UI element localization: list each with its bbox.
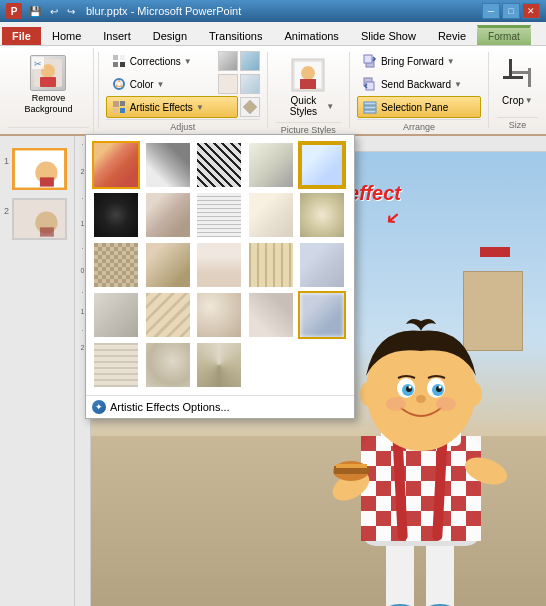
- quick-access-undo[interactable]: ↩: [47, 5, 61, 18]
- effect-glass[interactable]: [247, 191, 295, 239]
- svg-text:✂: ✂: [34, 59, 42, 69]
- arrange-group: Bring Forward ▼ Send Backward ▼: [354, 48, 484, 132]
- minimize-button[interactable]: ─: [482, 3, 500, 19]
- tab-home[interactable]: Home: [41, 26, 92, 45]
- artistic-effects-dropdown: ✦ Artistic Effects Options...: [85, 134, 355, 419]
- artistic-effects-button[interactable]: Artistic Effects ▼: [106, 96, 238, 118]
- effect-criss-cross[interactable]: [247, 241, 295, 289]
- effect-pencil-grayscale[interactable]: [195, 141, 243, 189]
- format-button-5[interactable]: [240, 97, 260, 117]
- effect-plastic-wrap[interactable]: [92, 291, 140, 339]
- send-backward-button[interactable]: Send Backward ▼: [357, 73, 481, 95]
- tab-format[interactable]: Format: [477, 25, 531, 45]
- svg-rect-68: [376, 481, 391, 496]
- quick-access-redo[interactable]: ↪: [64, 5, 78, 18]
- arrange-label: Arrange: [357, 119, 481, 132]
- svg-rect-79: [421, 496, 436, 511]
- size-label: Size: [497, 117, 538, 130]
- options-icon: ✦: [92, 400, 106, 414]
- effect-pencil-sketch[interactable]: [247, 141, 295, 189]
- svg-point-17: [301, 66, 315, 80]
- effect-pastels[interactable]: [298, 241, 346, 289]
- effect-marker[interactable]: [144, 141, 192, 189]
- slide-panel: 1 2: [0, 136, 75, 606]
- svg-rect-52: [376, 451, 391, 466]
- artistic-effects-icon: [111, 99, 127, 115]
- effect-mosaic[interactable]: [195, 191, 243, 239]
- corrections-icon: [111, 53, 127, 69]
- svg-rect-60: [376, 466, 391, 481]
- format-button-2[interactable]: [240, 51, 260, 71]
- slide-thumbnail-2[interactable]: [12, 198, 67, 240]
- effect-paint-strokes[interactable]: [92, 341, 140, 389]
- svg-rect-75: [361, 496, 376, 511]
- effect-texturizer[interactable]: [92, 241, 140, 289]
- svg-rect-73: [451, 481, 466, 496]
- corrections-button[interactable]: Corrections ▼: [106, 50, 216, 72]
- svg-rect-70: [406, 481, 421, 496]
- effect-photocopy[interactable]: [195, 291, 243, 339]
- crop-label: Crop ▼: [502, 95, 533, 106]
- window-controls: ─ □ ✕: [482, 3, 540, 19]
- svg-rect-36: [40, 227, 54, 236]
- svg-rect-8: [120, 62, 125, 67]
- tab-design[interactable]: Design: [142, 26, 198, 45]
- send-backward-icon: [362, 76, 378, 92]
- svg-rect-23: [364, 102, 376, 105]
- svg-rect-81: [451, 496, 466, 511]
- title-bar: P 💾 ↩ ↪ blur.pptx - Microsoft PowerPoint…: [0, 0, 546, 22]
- selection-pane-button[interactable]: Selection Pane: [357, 96, 481, 118]
- svg-rect-90: [466, 511, 481, 526]
- tab-review[interactable]: Revie: [427, 26, 477, 45]
- artistic-effects-options[interactable]: ✦ Artistic Effects Options...: [86, 395, 354, 418]
- remove-background-label: Remove Background: [15, 93, 82, 115]
- format-button-1[interactable]: [218, 51, 238, 71]
- corrections-arrow: ▼: [184, 57, 192, 66]
- color-button[interactable]: Color ▼: [106, 73, 216, 95]
- effect-watercolor[interactable]: [144, 191, 192, 239]
- tab-transitions[interactable]: Transitions: [198, 26, 273, 45]
- effect-paint-brush[interactable]: [144, 341, 192, 389]
- format-button-4[interactable]: [240, 74, 260, 94]
- svg-rect-76: [376, 496, 391, 511]
- effect-none[interactable]: [92, 141, 140, 189]
- svg-rect-89: [451, 511, 466, 526]
- tab-insert[interactable]: Insert: [92, 26, 142, 45]
- svg-rect-71: [421, 481, 436, 496]
- bring-forward-button[interactable]: Bring Forward ▼: [357, 50, 481, 72]
- effect-cement[interactable]: [298, 191, 346, 239]
- svg-rect-14: [120, 108, 125, 113]
- svg-rect-27: [503, 76, 523, 79]
- effect-blur[interactable]: [298, 291, 346, 339]
- quick-styles-button[interactable]: Quick Styles ▼: [276, 50, 342, 122]
- effect-chalk[interactable]: [92, 191, 140, 239]
- effect-line-drawing[interactable]: [298, 141, 346, 189]
- effect-canvas[interactable]: [144, 241, 192, 289]
- format-button-3[interactable]: [218, 74, 238, 94]
- options-label: Artistic Effects Options...: [110, 401, 230, 413]
- tab-slideshow[interactable]: Slide Show: [350, 26, 427, 45]
- bring-forward-arrow: ▼: [447, 57, 455, 66]
- color-arrow: ▼: [157, 80, 165, 89]
- maximize-button[interactable]: □: [502, 3, 520, 19]
- effect-cutout[interactable]: [144, 291, 192, 339]
- slide-thumbnail-1[interactable]: [12, 148, 67, 190]
- svg-rect-97: [451, 526, 466, 541]
- quick-access-save[interactable]: 💾: [26, 5, 44, 18]
- effect-glow-edges[interactable]: [195, 341, 243, 389]
- crop-button[interactable]: Crop ▼: [492, 50, 542, 111]
- artistic-effects-arrow: ▼: [196, 103, 204, 112]
- svg-rect-2: [40, 77, 56, 87]
- svg-rect-63: [421, 466, 436, 481]
- ribbon-separator-3: [349, 52, 350, 128]
- adjust-group-label: [8, 127, 89, 130]
- effect-light-screen[interactable]: [195, 241, 243, 289]
- svg-rect-94: [406, 526, 421, 541]
- tab-animations[interactable]: Animations: [273, 26, 349, 45]
- effect-film-grain[interactable]: [247, 291, 295, 339]
- remove-background-button[interactable]: ✂ Remove Background: [8, 50, 89, 120]
- svg-rect-11: [113, 101, 119, 107]
- svg-rect-5: [113, 55, 118, 60]
- close-button[interactable]: ✕: [522, 3, 540, 19]
- tab-file[interactable]: File: [2, 27, 41, 45]
